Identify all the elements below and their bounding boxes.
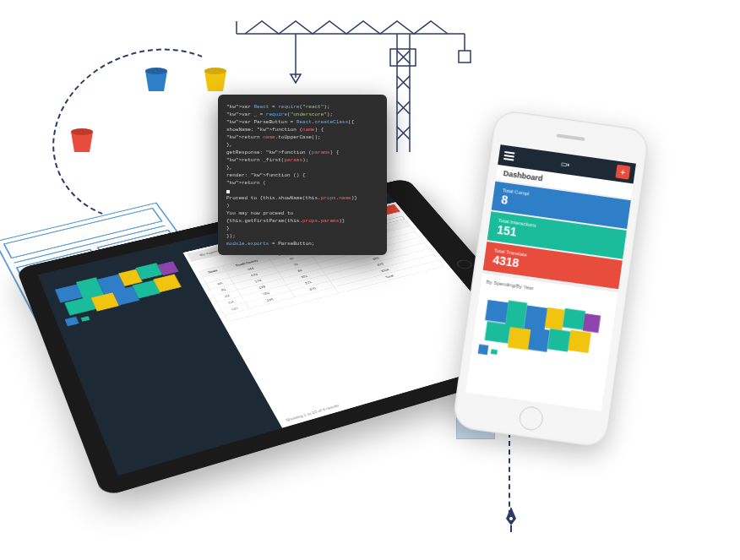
svg-rect-41 <box>478 344 489 355</box>
svg-rect-28 <box>65 317 79 327</box>
svg-point-10 <box>204 68 226 74</box>
svg-rect-39 <box>547 329 571 352</box>
svg-rect-37 <box>508 327 531 351</box>
bucket-red-icon <box>69 127 95 154</box>
pen-tool-icon <box>503 507 520 532</box>
svg-rect-40 <box>568 330 591 354</box>
code-editor: "kw">var React = require("react");"kw">v… <box>218 95 387 255</box>
svg-point-9 <box>145 68 167 74</box>
phone-screen: ▭▪ + Dashboard Total Compl 8 Total Inter… <box>465 144 636 411</box>
phone-map-section: By Spending/By Year <box>465 274 618 411</box>
us-map-small <box>476 287 611 375</box>
phone-home-button[interactable] <box>518 405 545 432</box>
hamburger-icon[interactable] <box>503 151 514 161</box>
svg-rect-36 <box>485 321 511 343</box>
phone-speaker <box>556 133 585 141</box>
us-map <box>47 252 201 332</box>
svg-rect-29 <box>81 316 90 322</box>
svg-rect-38 <box>528 328 550 352</box>
add-button[interactable]: + <box>615 165 630 180</box>
bucket-yellow-icon <box>203 66 228 93</box>
svg-rect-35 <box>583 313 601 333</box>
svg-rect-42 <box>491 349 498 355</box>
svg-rect-33 <box>545 307 565 330</box>
bucket-blue-icon <box>144 66 169 93</box>
svg-rect-2 <box>459 51 471 63</box>
svg-rect-30 <box>485 300 509 323</box>
svg-rect-34 <box>563 308 585 330</box>
svg-point-8 <box>71 128 93 135</box>
svg-point-43 <box>509 517 513 520</box>
svg-rect-32 <box>524 305 547 331</box>
tablet-home-button[interactable] <box>454 258 474 270</box>
